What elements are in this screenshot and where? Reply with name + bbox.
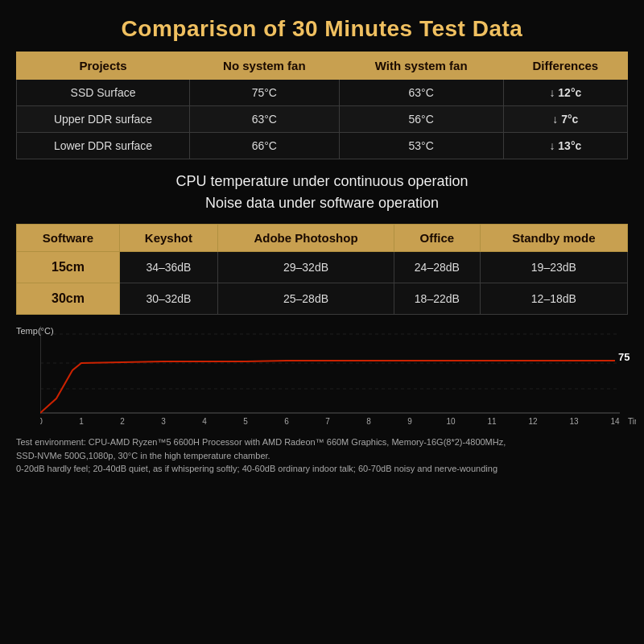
noise-col-office: Office [394,225,481,252]
svg-text:75: 75 [618,351,630,363]
row-with-fan: 63°C [339,80,503,106]
row-with-fan: 53°C [339,133,503,159]
row-diff: ↓ 12°c [503,80,627,106]
svg-text:0: 0 [40,417,43,426]
noise-office: 18–22dB [394,283,481,315]
footer: Test environment: CPU-AMD Ryzen™5 6600H … [16,436,628,476]
svg-text:14: 14 [610,417,620,426]
footer-line2: SSD-NVMe 500G,1080p, 30°C in the high te… [16,449,628,463]
noise-table: Software Keyshot Adobe Photoshop Office … [16,224,628,315]
footer-line1: Test environment: CPU-AMD Ryzen™5 6600H … [16,436,628,449]
noise-standby: 12–18dB [480,283,627,315]
temp-col-with-fan: With system fan [339,52,503,80]
noise-row-label: 15cm [17,252,120,283]
svg-text:11: 11 [487,417,497,426]
row-project: Upper DDR surface [17,106,190,133]
noise-col-photoshop: Adobe Photoshop [218,225,394,252]
chart-y-label: Temp(°C) [16,326,54,336]
subtitle-line2: Noise data under software operation [16,192,628,214]
svg-text:Time(Hour): Time(Hour) [628,417,636,426]
subtitle-line1: CPU temperature under continuous operati… [16,171,628,192]
svg-text:12: 12 [528,417,538,426]
noise-col-standby: Standby mode [480,225,627,252]
chart-svg: 90 60 30 0 0 1 2 3 4 5 6 7 8 9 10 11 12 … [40,326,636,429]
noise-keyshot: 30–32dB [119,283,217,315]
noise-col-software: Software [17,225,120,252]
row-no-fan: 75°C [190,80,340,106]
temp-col-diff: Differences [503,52,627,80]
table-row: 15cm 34–36dB 29–32dB 24–28dB 19–23dB [17,252,628,283]
page-title: Comparison of 30 Minutes Test Data [16,8,628,52]
row-no-fan: 63°C [190,106,340,133]
row-with-fan: 56°C [339,106,503,133]
svg-text:1: 1 [79,417,84,426]
noise-keyshot: 34–36dB [119,252,217,283]
svg-text:7: 7 [325,417,330,426]
svg-text:4: 4 [202,417,207,426]
noise-photoshop: 29–32dB [218,252,394,283]
table-row: Upper DDR surface 63°C 56°C ↓ 7°c [17,106,628,133]
temp-table: Projects No system fan With system fan D… [16,52,628,159]
noise-office: 24–28dB [394,252,481,283]
row-project: Lower DDR surface [17,133,190,159]
noise-photoshop: 25–28dB [218,283,394,315]
noise-row-label: 30cm [17,283,120,315]
noise-col-keyshot: Keyshot [119,225,217,252]
svg-text:9: 9 [407,417,412,426]
row-no-fan: 66°C [190,133,340,159]
noise-standby: 19–23dB [480,252,627,283]
svg-text:3: 3 [161,417,166,426]
footer-line3: 0-20dB hardly feel; 20-40dB quiet, as if… [16,462,628,476]
table-row: 30cm 30–32dB 25–28dB 18–22dB 12–18dB [17,283,628,315]
temp-col-no-fan: No system fan [190,52,340,80]
row-diff: ↓ 13°c [503,133,627,159]
row-project: SSD Surface [17,80,190,106]
temp-col-projects: Projects [17,52,190,80]
svg-text:8: 8 [366,417,371,426]
chart-container: Temp(°C) 90 60 30 0 0 1 2 3 4 5 6 7 8 9 [16,326,628,431]
svg-text:5: 5 [243,417,248,426]
table-row: Lower DDR surface 66°C 53°C ↓ 13°c [17,133,628,159]
row-diff: ↓ 7°c [503,106,627,133]
svg-text:2: 2 [120,417,125,426]
table-row: SSD Surface 75°C 63°C ↓ 12°c [17,80,628,106]
subtitle: CPU temperature under continuous operati… [16,171,628,214]
svg-text:6: 6 [284,417,289,426]
svg-text:10: 10 [446,417,456,426]
svg-text:13: 13 [569,417,579,426]
page-container: Comparison of 30 Minutes Test Data Proje… [0,0,644,644]
